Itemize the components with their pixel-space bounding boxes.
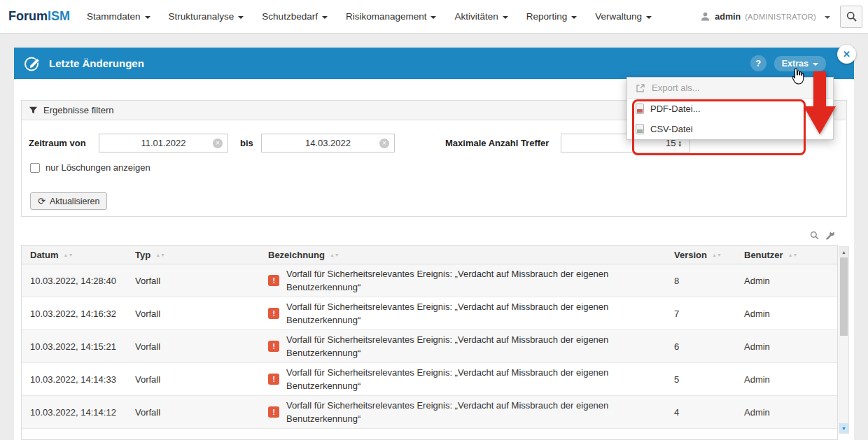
export-als-label: Export als... [652, 83, 700, 93]
menu-stammdaten[interactable]: Stammdaten [87, 11, 150, 22]
date-from-label: Zeitraum von [29, 138, 86, 148]
spinner-down-icon[interactable]: ▾ [678, 143, 681, 147]
table-row[interactable]: 10.03.2022, 14:28:40 Vorfall !Vorfall fü… [22, 264, 837, 297]
sort-icon: ▲▼ [788, 253, 798, 257]
extras-dropdown-menu: Export als... PDF-Datei... CSV-Datei [626, 77, 834, 140]
user-menu[interactable]: admin (ADMINISTRATOR) [700, 11, 830, 22]
menu-strukturanalyse[interactable]: Strukturanalyse [169, 11, 244, 22]
cell-typ: Vorfall [127, 363, 260, 395]
refresh-button[interactable]: ⟳ Aktualisieren [30, 192, 107, 210]
menu-strukturanalyse-label: Strukturanalyse [169, 11, 234, 22]
panel-header: Letzte Änderungen ? Extras ✕ [14, 48, 854, 79]
search-icon [846, 11, 857, 22]
column-header-typ[interactable]: Typ▲▼ [127, 246, 260, 264]
panel-header-actions: ? Extras [750, 55, 826, 71]
column-header-version[interactable]: Version▲▼ [666, 246, 736, 264]
user-name: admin [715, 12, 741, 22]
menu-verwaltung[interactable]: Verwaltung [595, 11, 652, 22]
clear-icon[interactable]: × [213, 139, 223, 148]
incident-exclamation-icon: ! [268, 406, 279, 418]
export-als-menu-header: Export als... [627, 78, 833, 99]
date-to-label: bis [240, 138, 253, 148]
main-menu: Stammdaten Strukturanalyse Schutzbedarf … [87, 11, 652, 22]
close-button[interactable]: ✕ [837, 45, 856, 64]
menu-reporting[interactable]: Reporting [526, 11, 578, 22]
menu-schutzbedarf[interactable]: Schutzbedarf [262, 11, 328, 22]
menu-schutzbedarf-label: Schutzbedarf [262, 11, 318, 22]
table-tools [810, 231, 834, 240]
menu-aktivitaeten[interactable]: Aktivitäten [454, 11, 507, 22]
menu-item-csv-export[interactable]: CSV-Datei [627, 119, 833, 139]
menu-item-pdf-export[interactable]: PDF-Datei... [627, 99, 833, 119]
date-from-input[interactable]: 11.01.2022 × [99, 134, 228, 152]
deletions-only-checkbox[interactable] [30, 163, 40, 173]
menu-risikomanagement-label: Risikomanagement [346, 11, 427, 22]
number-spinner[interactable]: ▴▾ [678, 140, 681, 147]
scrollbar-down-icon[interactable]: ▼ [839, 423, 848, 433]
search-button[interactable] [840, 6, 862, 28]
cell-datum: 10.03.2022, 14:15:21 [22, 330, 127, 362]
table-search-icon[interactable] [810, 231, 819, 240]
sort-icon: ▲▼ [330, 253, 340, 257]
help-button[interactable]: ? [750, 55, 766, 71]
menu-stammdaten-label: Stammdaten [87, 11, 141, 22]
cell-typ: Vorfall [127, 297, 260, 329]
caret-down-icon [430, 16, 436, 19]
column-header-benutzer[interactable]: Benutzer▲▼ [736, 246, 838, 264]
logo-ism: ISM [48, 9, 70, 23]
table-row[interactable]: 10.03.2022, 14:16:32 Vorfall !Vorfall fü… [22, 297, 837, 330]
top-navigation: ForumISM Stammdaten Strukturanalyse Schu… [0, 0, 868, 34]
menu-reporting-label: Reporting [526, 11, 568, 22]
refresh-label: Aktualisieren [50, 197, 100, 206]
user-role: (ADMINISTRATOR) [745, 13, 816, 21]
caret-down-icon [145, 16, 150, 19]
caret-down-icon [646, 16, 652, 19]
pdf-export-label: PDF-Datei... [650, 104, 701, 114]
csv-export-label: CSV-Datei [650, 124, 693, 134]
cell-datum: 10.03.2022, 14:14:12 [22, 396, 127, 428]
cell-benutzer: Admin [736, 330, 838, 362]
cell-bezeichnung: !Vorfall für Sicherheitsrelevantes Ereig… [260, 297, 666, 329]
sort-icon: ▲▼ [63, 253, 73, 257]
cell-version: 5 [666, 363, 736, 395]
table-row[interactable]: 10.03.2022, 14:14:12 Vorfall !Vorfall fü… [22, 396, 837, 429]
sort-icon: ▲▼ [712, 253, 722, 257]
cell-typ: Vorfall [127, 396, 260, 428]
date-from-value: 11.01.2022 [141, 138, 186, 148]
cell-bezeichnung: !Vorfall für Sicherheitsrelevantes Ereig… [260, 363, 666, 395]
cell-version: 7 [666, 297, 736, 329]
filter-funnel-icon [29, 106, 38, 115]
cell-version: 6 [666, 330, 736, 362]
caret-down-icon [503, 16, 508, 19]
sort-icon: ▲▼ [155, 253, 165, 257]
date-to-input[interactable]: 14.03.2022 × [261, 134, 395, 152]
extras-label: Extras [782, 59, 808, 69]
menu-verwaltung-label: Verwaltung [595, 11, 642, 22]
cell-datum: 10.03.2022, 14:28:40 [22, 264, 127, 297]
table-row[interactable]: 10.03.2022, 14:14:33 Vorfall !Vorfall fü… [22, 363, 837, 396]
menu-risikomanagement[interactable]: Risikomanagement [346, 11, 437, 22]
caret-down-icon [825, 16, 830, 19]
extras-button[interactable]: Extras [774, 56, 826, 71]
caret-down-icon [813, 63, 818, 66]
column-header-bezeichnung[interactable]: Bezeichnung▲▼ [260, 246, 666, 264]
vertical-scrollbar[interactable]: ▲ ▼ [839, 246, 849, 434]
menu-aktivitaeten-label: Aktivitäten [454, 11, 498, 22]
table-row[interactable]: 10.03.2022, 14:15:21 Vorfall !Vorfall fü… [22, 330, 837, 363]
scrollbar-thumb[interactable] [840, 257, 848, 336]
pencil-circle-icon [24, 55, 42, 72]
caret-down-icon [571, 16, 577, 19]
caret-down-icon [238, 16, 244, 19]
app-logo[interactable]: ForumISM [8, 9, 70, 24]
csv-file-icon [636, 124, 644, 134]
cell-bezeichnung: !Vorfall für Sicherheitsrelevantes Ereig… [260, 330, 666, 362]
cell-benutzer: Admin [736, 363, 838, 395]
cell-datum: 10.03.2022, 14:14:33 [22, 363, 127, 395]
clear-icon[interactable]: × [379, 139, 389, 148]
scrollbar-up-icon[interactable]: ▲ [839, 247, 848, 257]
cell-bezeichnung: !Vorfall für Sicherheitsrelevantes Ereig… [260, 396, 666, 428]
column-header-datum[interactable]: Datum▲▼ [22, 246, 127, 264]
table-settings-wrench-icon[interactable] [825, 231, 834, 240]
cell-bezeichnung: !Vorfall für Sicherheitsrelevantes Ereig… [260, 264, 666, 297]
deletions-checkbox-row: nur Löschungen anzeigen [30, 162, 150, 173]
